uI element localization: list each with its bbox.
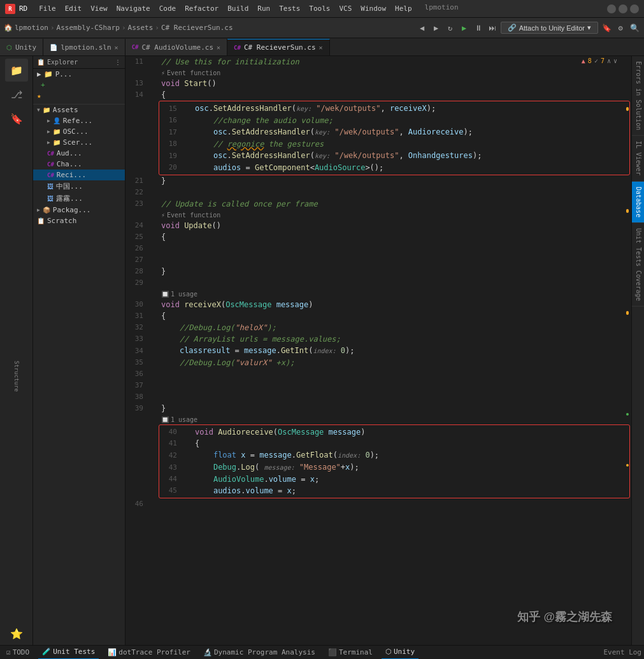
cs-audio-icon: C# (132, 44, 139, 50)
tree-item-assets[interactable]: ▼ 📁 Assets (33, 105, 125, 115)
dynamic-icon: 🔬 (203, 648, 212, 656)
maximize-button[interactable]: □ (619, 4, 627, 13)
bottom-tab-terminal[interactable]: ⬛ Terminal (324, 646, 376, 660)
close-button[interactable]: ✕ (630, 4, 639, 13)
caret-down[interactable]: ∨ (613, 57, 617, 64)
china-icon: 🖼 (47, 183, 54, 190)
tree-item-reci[interactable]: C# Reci... (33, 170, 125, 180)
scroll-mark-3 (626, 311, 629, 315)
tree-item-osc[interactable]: ▶ 📁 OSC... (33, 126, 125, 137)
stop-icon[interactable]: ⏭ (487, 22, 498, 34)
code-line-31: 31 { (125, 310, 631, 322)
tree-item-scer[interactable]: ▶ 📁 Scer... (33, 137, 125, 148)
osc-tri: ▶ (47, 129, 50, 134)
tree-item-root[interactable]: ▶ 📁 P... (33, 69, 125, 80)
sidebar-favorites[interactable]: ⭐ (5, 622, 28, 645)
bottom-tab-dottrace[interactable]: 📊 dotTrace Profiler (104, 646, 194, 660)
menu-file[interactable]: File (35, 3, 60, 14)
menu-tests[interactable]: Tests (275, 3, 304, 14)
tab-recievesun[interactable]: C# C# RecieverSun.cs ✕ (227, 39, 329, 55)
breadcrumb-assembly[interactable]: Assembly-CSharp (57, 24, 120, 32)
app-icon: R (5, 4, 15, 14)
cha-label: Cha... (57, 160, 82, 168)
unity-label: Unity (394, 648, 415, 656)
code-line-40: 40 void Audioreceive(OscMessage message) (159, 426, 629, 438)
menu-help[interactable]: Help (391, 3, 416, 14)
tree-item-packag[interactable]: ▶ 📦 Packag... (33, 205, 125, 215)
tab-sln-close[interactable]: ✕ (115, 44, 118, 51)
attach-to-unity-button[interactable]: 🔗 Attach to Unity Editor ▾ (501, 22, 598, 34)
right-tab-unit-tests[interactable]: Unit Tests Coverage (632, 223, 644, 307)
sidebar-bookmark[interactable]: 🔖 (5, 107, 28, 130)
sidebar-explorer[interactable]: 📁 (5, 59, 28, 82)
code-line-13: 13 void Start() (125, 78, 631, 89)
tabs-row: ⬡ Unity 📄 lpmotion.sln ✕ C# C# AudioVolu… (0, 38, 644, 56)
code-line-46: 46 (125, 498, 631, 510)
tab-unity[interactable]: ⬡ Unity (0, 39, 43, 55)
menu-vcs[interactable]: VCS (335, 3, 355, 14)
right-tab-il[interactable]: IL Viewer (632, 136, 644, 181)
right-tab-database[interactable]: Database (632, 182, 644, 223)
tree-item-refe[interactable]: ▶ 👤 Refe... (33, 115, 125, 126)
bookmark-icon[interactable]: 🔖 (601, 22, 612, 34)
settings-icon[interactable]: ⚙ (615, 22, 626, 34)
scer-label: Scer... (63, 138, 92, 147)
sidebar-structure[interactable]: Structure (5, 357, 28, 395)
code-editor[interactable]: ▲ 8 ✓ 7 ∧ ∨ 11 // Use this for initializ… (125, 56, 631, 645)
caret-up[interactable]: ∧ (607, 57, 611, 64)
event-log-tab[interactable]: Event Log (603, 648, 641, 656)
packag-label: Packag... (53, 206, 91, 214)
bottom-toolbar: ☑ TODO 🧪 Unit Tests 📊 dotTrace Profiler … (0, 645, 644, 659)
mist-icon: 🖼 (47, 195, 54, 202)
tree-item-china[interactable]: 🖼 中国... (33, 180, 125, 192)
sidebar-git[interactable]: ⎇ (5, 83, 28, 106)
refresh-icon[interactable]: ↻ (445, 22, 456, 34)
bottom-tab-unity[interactable]: ⬡ Unity (382, 646, 419, 660)
bottom-tab-dynamic[interactable]: 🔬 Dynamic Program Analysis (199, 646, 319, 660)
breadcrumb-file[interactable]: C# RecieverSun.cs (161, 24, 233, 32)
pause-icon[interactable]: ⏸ (473, 22, 484, 34)
minimize-button[interactable]: — (607, 4, 616, 13)
tree-item-scratch[interactable]: 📋 Scratch (33, 215, 125, 226)
menu-refactor[interactable]: Refactor (181, 3, 222, 14)
menu-code[interactable]: Code (155, 3, 180, 14)
code-line-33: 33 // ArrayList urls = message.values; (125, 333, 631, 345)
bottom-tab-unit-tests[interactable]: 🧪 Unit Tests (38, 646, 99, 660)
error-count: 8 (588, 57, 592, 64)
menu-edit[interactable]: Edit (61, 3, 86, 14)
code-line-42: 42 float x = message.GetFloat(index: 0); (159, 449, 629, 461)
explorer-icon: 📋 (37, 59, 45, 66)
menu-run[interactable]: Run (254, 3, 274, 14)
menu-view[interactable]: View (87, 3, 111, 14)
tab-audio-close[interactable]: ✕ (217, 44, 220, 51)
menu-navigate[interactable]: Navigate (113, 3, 154, 14)
tab-recieve-close[interactable]: ✕ (319, 44, 323, 51)
warning-count: 7 (601, 57, 605, 64)
search-icon[interactable]: 🔍 (629, 22, 640, 34)
right-tab-errors[interactable]: Errors in Solution (632, 56, 644, 136)
run-icon[interactable]: ▶ (459, 22, 470, 34)
tree-item-p-add[interactable]: + (33, 80, 125, 91)
breadcrumb-lpmotion[interactable]: 🏠 (4, 24, 13, 32)
back-icon[interactable]: ◀ (417, 22, 428, 34)
tree-header: 📋 Explorer ⋮ (33, 56, 125, 69)
tree-item-star[interactable]: ★ (33, 91, 125, 101)
code-scroll[interactable]: 11 // Use this for initialization ⚡ Even… (125, 56, 631, 645)
code-line-35: 35 //Debug.Log("valurX" +x); (125, 357, 631, 368)
forward-icon[interactable]: ▶ (431, 22, 442, 34)
tree-item-aud[interactable]: C# Aud... (33, 148, 125, 159)
terminal-icon: ⬛ (328, 648, 337, 656)
menu-build[interactable]: Build (224, 3, 252, 14)
tree-toggle[interactable]: ⋮ (115, 59, 121, 66)
tree-item-cha[interactable]: C# Cha... (33, 159, 125, 170)
breadcrumb-assets[interactable]: Assets (128, 24, 154, 32)
scer-tri: ▶ (47, 140, 50, 145)
unity-tab-icon: ⬡ (6, 44, 12, 51)
tab-audio-volume[interactable]: C# C# AudioVolume.cs ✕ (125, 39, 227, 55)
menu-window[interactable]: Window (357, 3, 390, 14)
tab-lpmotion-sln[interactable]: 📄 lpmotion.sln ✕ (43, 39, 125, 55)
menu-tools[interactable]: Tools (305, 3, 334, 14)
bottom-tab-todo[interactable]: ☑ TODO (3, 646, 33, 660)
code-line-36: 36 (125, 368, 631, 380)
tree-item-mist[interactable]: 🖼 露霧... (33, 192, 125, 205)
